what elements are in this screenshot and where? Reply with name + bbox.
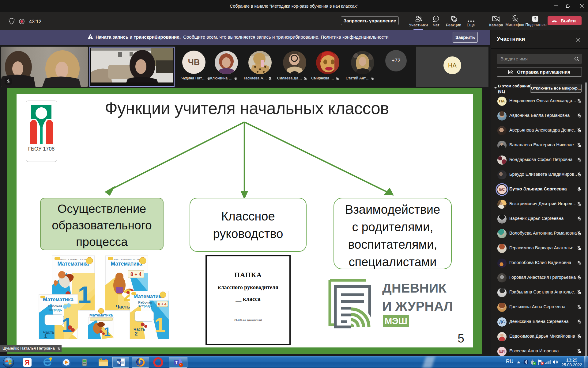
svg-text:МЭШ: МЭШ <box>385 316 407 326</box>
svg-text:ДНЕВНИК: ДНЕВНИК <box>382 281 447 295</box>
svg-text:Рабочая: Рабочая <box>138 301 152 304</box>
svg-text:1: 1 <box>104 325 111 339</box>
svg-text:1: 1 <box>154 314 165 336</box>
svg-text:8 + 4: 8 + 4 <box>130 272 141 277</box>
svg-text:Часть: Часть <box>116 304 130 309</box>
svg-text:2: 2 <box>135 331 138 337</box>
svg-text:Математика: Математика <box>58 261 89 267</box>
svg-text:8 + 4: 8 + 4 <box>158 302 166 306</box>
svg-text:И ЖУРНАЛ: И ЖУРНАЛ <box>382 299 453 313</box>
svg-text:Рабочая: Рабочая <box>48 304 62 308</box>
svg-text:Математика: Математика <box>43 297 74 302</box>
svg-text:ГБОУ 1708: ГБОУ 1708 <box>28 146 55 152</box>
svg-text:1: 1 <box>62 314 73 336</box>
svg-text:T: T <box>175 361 178 364</box>
svg-text:1: 1 <box>180 363 182 367</box>
svg-text:W: W <box>117 360 121 365</box>
svg-text:тетрадь: тетрадь <box>48 308 62 312</box>
svg-text:тетрадь: тетрадь <box>138 304 152 308</box>
svg-text:Математика: Математика <box>134 293 164 299</box>
svg-text:1: 1 <box>44 333 47 339</box>
svg-text:1: 1 <box>78 281 91 308</box>
svg-text:Математика: Математика <box>111 261 142 267</box>
